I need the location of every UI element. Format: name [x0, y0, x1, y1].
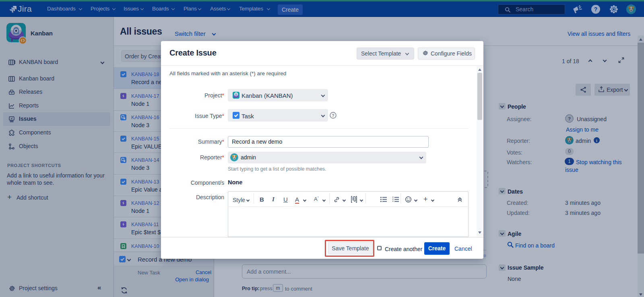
svg-text:?: ? [332, 113, 334, 118]
